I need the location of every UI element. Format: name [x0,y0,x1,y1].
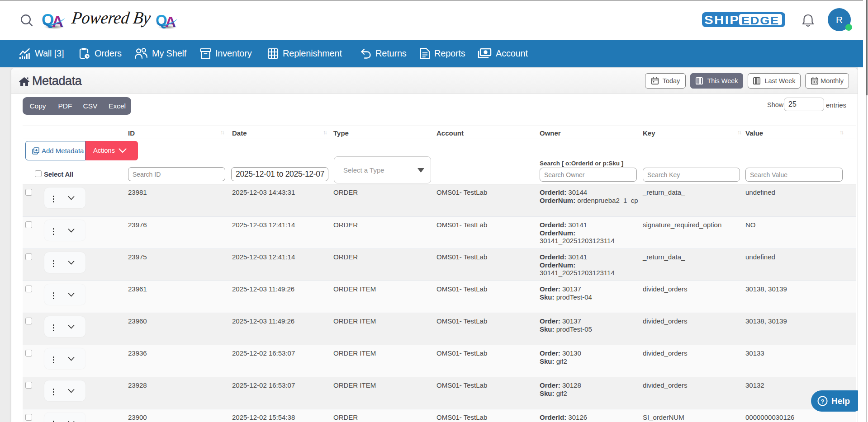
svg-text:?: ? [821,398,825,405]
